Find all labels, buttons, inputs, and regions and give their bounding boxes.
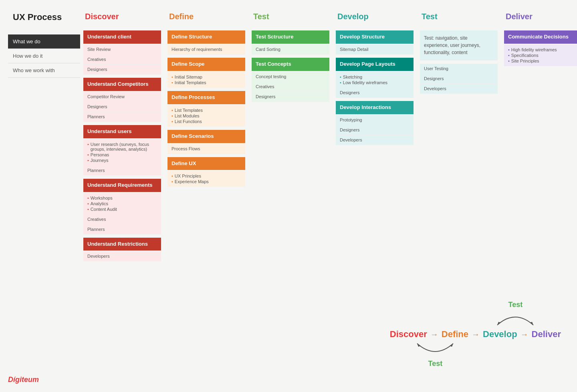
sub-developers: Developers [83,251,161,261]
bullet-ux-principles: UX Principles [171,173,241,179]
bullet-list-modules: List Modules [171,113,241,119]
bullet-sketching: Sketching [340,74,410,80]
sub-planners3: Planners [83,224,161,234]
sub-planners2: Planners [83,166,161,176]
deliver-column: Communicate Decisions High fidelity wire… [501,30,577,261]
sub-developers-dev: Developers [336,135,414,145]
sub-hierarchy: Hierarchy of requirements [167,44,245,55]
deliver-bullet-list: High fidelity wireframes Specifications … [504,44,577,66]
cat-develop-interactions: Develop Interactions [336,101,414,114]
bullet-low-fidelity: Low fidelity wireframes [340,80,410,85]
sub-developers-test2: Developers [420,84,498,94]
req-bullet-list: Workshops Analytics Content Audit [83,193,161,214]
cat-communicate-decisions: Communicate Decisions [504,30,577,44]
header-row: UX Process Discover Define Test Develop … [8,8,569,30]
scope-bullet-list: Initial Sitemap Initial Templates [167,72,245,88]
bullet-personas: Personas [87,152,157,158]
sub-user-testing: User Testing [420,64,498,74]
cat-define-ux: Define UX [167,157,245,170]
header-deliver: Deliver [501,8,577,30]
nav-how-we-do-it[interactable]: How we do it [8,49,80,63]
sub-concept-testing: Concept testing [252,72,329,82]
bottom-curve-svg [411,339,459,360]
define-column: Define Structure Hierarchy of requiremen… [164,30,248,261]
header-develop: Develop [333,8,417,30]
cat-develop-page-layouts: Develop Page Layouts [336,58,414,71]
bullet-specifications: Specifications [508,53,577,58]
sub-designers-test: Designers [252,92,329,102]
sub-process-flows: Process Flows [167,144,245,154]
bottom-test-cycle: Test [411,339,459,368]
test-top-label: Test [508,301,523,309]
cat-understand-client: Understand client [83,30,161,44]
bullet-experience-maps: Experience Maps [171,179,241,184]
sub-designers-dev: Designers [336,88,414,98]
nav-who-we-work-with[interactable]: Who we work with [8,63,80,78]
bullet-initial-templates: Initial Templates [171,80,241,85]
cat-understand-requirements: Understand Requirements [83,179,161,192]
develop-column: Develop Structure Sitemap Detail Develop… [333,30,417,261]
cat-define-processes: Define Processes [167,91,245,104]
header-discover: Discover [80,8,164,30]
sub-designers2: Designers [83,102,161,112]
header-test1: Test [248,8,333,30]
sub-creatives: Creatives [83,55,161,65]
main-flow-row: Discover → Define → Develop → Deliver [390,329,561,339]
flow-develop: Develop [483,329,517,339]
left-nav: What we do How we do it Who we work with [8,30,80,261]
flow-define: Define [442,329,468,339]
flow-arrow2: → [472,330,480,339]
cat-define-structure: Define Structure [167,30,245,44]
top-test-cycle: Test [491,301,539,329]
cat-understand-competitors: Understand Competitors [83,78,161,91]
sub-competitor-review: Competitor Review [83,92,161,102]
cat-test-concepts: Test Concepts [252,58,329,71]
bullet-list-functions: List Functions [171,119,241,124]
cat-develop-structure: Develop Structure [336,30,414,44]
sub-creatives-test: Creatives [252,82,329,92]
flow-arrow3: → [521,330,529,339]
sub-sitemap-detail: Sitemap Detail [336,44,414,55]
process-bullet-list: List Templates List Modules List Functio… [167,105,245,127]
layout-bullet-list: Sketching Low fidelity wireframes [336,72,414,88]
cat-define-scope: Define Scope [167,58,245,71]
process-diagram: Test Discover → Define → Develop → Deliv… [390,301,561,368]
top-curve-svg [491,309,539,329]
bullet-site-principles: Site Principles [508,58,577,64]
page: UX Process Discover Define Test Develop … [0,0,577,392]
main-grid: What we do How we do it Who we work with… [8,30,569,261]
nav-what-we-do[interactable]: What we do [8,34,80,49]
sub-planners: Planners [83,112,161,122]
bullet-content-audit: Content Audit [87,206,157,212]
sub-creatives2: Creatives [83,214,161,224]
user-bullet-list: User research (surveys, focus groups, in… [83,139,161,166]
test1-column: Test Sctructure Card Sorting Test Concep… [248,30,333,261]
cat-understand-restrictions: Understand Restrictions [83,238,161,251]
cat-test-structure: Test Sctructure [252,30,329,44]
bullet-journeys: Journeys [87,158,157,163]
flow-discover: Discover [390,329,427,339]
test-bottom-label: Test [428,360,443,368]
cat-define-scenarios: Define Scenarios [167,130,245,143]
sub-site-review: Site Review [83,44,161,55]
header-ux-process: UX Process [8,8,80,30]
bullet-user-research: User research (surveys, focus groups, in… [87,141,157,152]
sub-test-nav: Test: navigation, site experience, user … [420,30,498,61]
bullet-list-templates: List Templates [171,107,241,113]
test2-column: Test: navigation, site experience, user … [417,30,501,261]
header-test2: Test [417,8,501,30]
sub-prototyping: Prototyping [336,115,414,125]
flow-deliver: Deliver [532,329,561,339]
sub-designers-dev2: Designers [336,125,414,135]
bullet-analytics: Analytics [87,201,157,206]
sub-designers: Designers [83,65,161,75]
bullet-workshops: Workshops [87,195,157,201]
bullet-initial-sitemap: Initial Sitemap [171,74,241,80]
discover-column: Understand client Site Review Creatives … [80,30,164,261]
sub-designers-test2: Designers [420,74,498,84]
header-define: Define [164,8,248,30]
flow-arrow1: → [430,330,438,339]
cat-understand-users: Understand users [83,125,161,138]
bullet-high-fidelity: High fidelity wireframes [508,47,577,53]
logo: Dígiteum [8,376,39,384]
